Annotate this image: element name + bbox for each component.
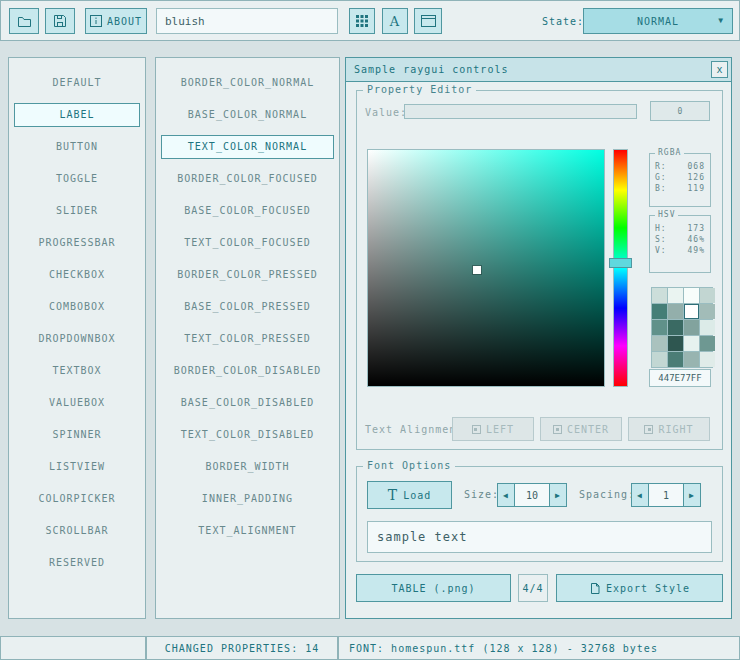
align-right-icon — [644, 425, 653, 434]
list-item-inner_padding[interactable]: INNER_PADDING — [161, 487, 334, 511]
list-item-label[interactable]: LABEL — [14, 103, 140, 127]
list-item-spinner[interactable]: SPINNER — [14, 423, 140, 447]
style-name-input[interactable] — [156, 8, 338, 34]
list-item-valuebox[interactable]: VALUEBOX — [14, 391, 140, 415]
list-item-base_color_focused[interactable]: BASE_COLOR_FOCUSED — [161, 199, 334, 223]
list-item-border_color_normal[interactable]: BORDER_COLOR_NORMAL — [161, 71, 334, 95]
list-item-combobox[interactable]: COMBOBOX — [14, 295, 140, 319]
rgba-panel: RGBA R: 068 G: 126 B: 119 — [649, 153, 711, 207]
align-center-label: CENTER — [567, 424, 609, 435]
rgba-g-label: G: — [655, 173, 667, 182]
align-center-button[interactable]: CENTER — [540, 417, 622, 441]
size-increase-button[interactable]: ▶ — [549, 483, 567, 507]
hsv-panel-title: HSV — [655, 210, 678, 219]
palette-swatch[interactable] — [684, 320, 699, 335]
palette-swatch[interactable] — [700, 320, 715, 335]
rgba-r-label: R: — [655, 162, 667, 171]
palette-swatch[interactable] — [668, 288, 683, 303]
list-item-text_alignment[interactable]: TEXT_ALIGNMENT — [161, 519, 334, 543]
palette-swatch[interactable] — [684, 336, 699, 351]
list-item-colorpicker[interactable]: COLORPICKER — [14, 487, 140, 511]
table-export-button[interactable]: TABLE (.png) — [356, 574, 511, 602]
list-item-base_color_disabled[interactable]: BASE_COLOR_DISABLED — [161, 391, 334, 415]
list-item-text_color_pressed[interactable]: TEXT_COLOR_PRESSED — [161, 327, 334, 351]
list-item-text_color_disabled[interactable]: TEXT_COLOR_DISABLED — [161, 423, 334, 447]
list-item-text_color_focused[interactable]: TEXT_COLOR_FOCUSED — [161, 231, 334, 255]
export-style-button[interactable]: Export Style — [556, 574, 723, 602]
align-left-button[interactable]: LEFT — [452, 417, 534, 441]
list-item-border_color_focused[interactable]: BORDER_COLOR_FOCUSED — [161, 167, 334, 191]
list-item-scrollbar[interactable]: SCROLLBAR — [14, 519, 140, 543]
list-item-reserved[interactable]: RESERVED — [14, 551, 140, 575]
palette-swatch[interactable] — [668, 304, 683, 319]
palette-swatch[interactable] — [652, 336, 667, 351]
open-style-button[interactable] — [9, 8, 39, 34]
sample-text-input[interactable]: sample text — [367, 521, 712, 553]
spacing-increase-button[interactable]: ▶ — [683, 483, 701, 507]
font-info-text: FONT: homespun.ttf (128 x 128) - 32768 b… — [349, 643, 658, 654]
list-item-text_color_normal[interactable]: TEXT_COLOR_NORMAL — [161, 135, 334, 159]
pages-indicator[interactable]: 4/4 — [518, 574, 548, 602]
palette-swatch[interactable] — [652, 288, 667, 303]
about-button[interactable]: ABOUT — [85, 8, 147, 34]
list-item-listview[interactable]: LISTVIEW — [14, 455, 140, 479]
list-item-slider[interactable]: SLIDER — [14, 199, 140, 223]
rgba-panel-title: RGBA — [655, 148, 684, 157]
palette-swatch[interactable] — [668, 352, 683, 367]
list-item-base_color_normal[interactable]: BASE_COLOR_NORMAL — [161, 103, 334, 127]
palette-swatch[interactable] — [652, 352, 667, 367]
list-item-textbox[interactable]: TEXTBOX — [14, 359, 140, 383]
palette-swatch[interactable] — [652, 320, 667, 335]
palette-swatch[interactable] — [684, 304, 699, 319]
hsv-row-v: V: 49% — [650, 244, 710, 255]
list-item-progressbar[interactable]: PROGRESSBAR — [14, 231, 140, 255]
value-slider[interactable] — [404, 104, 637, 119]
save-style-button[interactable] — [45, 8, 75, 34]
color-picker-area[interactable] — [367, 149, 605, 387]
size-decrease-button[interactable]: ◀ — [497, 483, 515, 507]
window-mode-button[interactable] — [414, 8, 442, 34]
list-item-dropdownbox[interactable]: DROPDOWNBOX — [14, 327, 140, 351]
hsv-v-value: 49% — [688, 246, 705, 255]
list-item-default[interactable]: DEFAULT — [14, 71, 140, 95]
list-item-button[interactable]: BUTTON — [14, 135, 140, 159]
sample-window-titlebar[interactable]: Sample raygui controls x — [346, 58, 731, 82]
list-item-border_color_pressed[interactable]: BORDER_COLOR_PRESSED — [161, 263, 334, 287]
palette-swatch[interactable] — [684, 288, 699, 303]
about-button-label: ABOUT — [107, 16, 142, 27]
spacing-decrease-button[interactable]: ◀ — [631, 483, 649, 507]
hex-value-box[interactable]: 447E77FF — [649, 369, 711, 387]
value-box[interactable]: 0 — [650, 101, 710, 121]
font-mode-button[interactable]: A — [382, 8, 408, 34]
spacing-value-box[interactable]: 1 — [649, 483, 683, 507]
grid-mode-button[interactable] — [349, 8, 375, 34]
font-options-group: Font Options T Load Size: ◀ 10 ▶ Spacing… — [356, 466, 723, 562]
pages-indicator-text: 4/4 — [522, 583, 543, 594]
close-window-button[interactable]: x — [711, 61, 728, 78]
palette-swatch[interactable] — [684, 352, 699, 367]
hsv-h-value: 173 — [688, 224, 705, 233]
align-right-button[interactable]: RIGHT — [628, 417, 710, 441]
rgba-row-r: R: 068 — [650, 160, 710, 171]
load-font-button[interactable]: T Load — [367, 481, 452, 509]
palette-swatch[interactable] — [700, 336, 715, 351]
size-value-box[interactable]: 10 — [515, 483, 549, 507]
rgba-g-value: 126 — [688, 173, 705, 182]
list-item-border_width[interactable]: BORDER_WIDTH — [161, 455, 334, 479]
list-item-checkbox[interactable]: CHECKBOX — [14, 263, 140, 287]
palette-swatch[interactable] — [700, 304, 715, 319]
hue-slider-handle[interactable] — [609, 258, 632, 268]
state-dropdown[interactable]: NORMAL ▼ — [583, 8, 733, 34]
hsv-row-h: H: 173 — [650, 222, 710, 233]
palette-swatch[interactable] — [652, 304, 667, 319]
list-item-base_color_pressed[interactable]: BASE_COLOR_PRESSED — [161, 295, 334, 319]
palette-swatch[interactable] — [668, 336, 683, 351]
palette-swatch[interactable] — [700, 352, 715, 367]
list-item-border_color_disabled[interactable]: BORDER_COLOR_DISABLED — [161, 359, 334, 383]
list-item-toggle[interactable]: TOGGLE — [14, 167, 140, 191]
palette-swatch[interactable] — [668, 320, 683, 335]
color-picker-cursor[interactable] — [473, 266, 481, 274]
changed-properties-text: CHANGED PROPERTIES: 14 — [165, 643, 319, 654]
hue-slider[interactable] — [613, 149, 628, 387]
palette-swatch[interactable] — [700, 288, 715, 303]
